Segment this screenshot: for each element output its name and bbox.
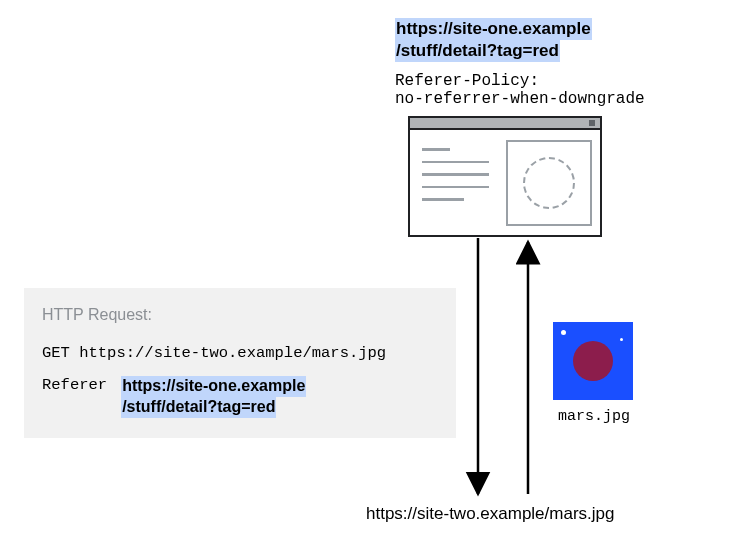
referer-value-line1: https://site-one.example xyxy=(121,376,306,397)
http-request-title: HTTP Request: xyxy=(42,306,438,324)
http-request-url: https://site-two.example/mars.jpg xyxy=(79,344,386,362)
browser-text-lines-icon xyxy=(422,148,492,211)
http-method: GET xyxy=(42,344,70,362)
referrer-policy-label: Referer-Policy: xyxy=(395,72,539,90)
http-request-line: GET https://site-two.example/mars.jpg xyxy=(42,344,438,362)
browser-titlebar-icon xyxy=(410,118,600,130)
referer-header-name: Referer xyxy=(42,376,107,394)
browser-image-placeholder-icon xyxy=(506,140,592,226)
resource-url: https://site-two.example/mars.jpg xyxy=(366,504,614,524)
page-url-line1: https://site-one.example xyxy=(395,18,592,40)
mars-image-caption: mars.jpg xyxy=(553,408,635,425)
planet-icon xyxy=(573,341,613,381)
page-url-line2: /stuff/detail?tag=red xyxy=(395,40,560,62)
referrer-policy: Referer-Policy: no-referrer-when-downgra… xyxy=(395,72,645,109)
referer-header-value: https://site-one.example /stuff/detail?t… xyxy=(121,376,306,418)
page-full-url: https://site-one.example /stuff/detail?t… xyxy=(395,18,592,62)
referrer-policy-value: no-referrer-when-downgrade xyxy=(395,90,645,108)
image-loading-circle-icon xyxy=(523,157,575,209)
browser-window-icon xyxy=(408,116,602,237)
referer-value-line2: /stuff/detail?tag=red xyxy=(121,397,276,418)
mars-image-icon xyxy=(553,322,633,400)
referer-header-row: Referer https://site-one.example /stuff/… xyxy=(42,376,438,418)
http-request-box: HTTP Request: GET https://site-two.examp… xyxy=(24,288,456,438)
